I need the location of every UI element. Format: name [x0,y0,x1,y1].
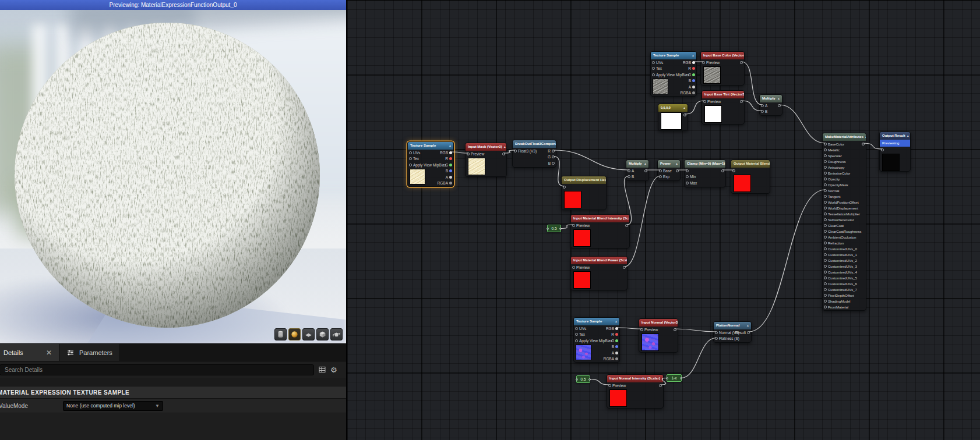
input-pin-ambientocclusion[interactable] [824,236,827,239]
input-pin-a[interactable] [628,169,630,172]
graph-node-flatten[interactable]: FlattenNormal▲Normal (V3)Flatness (S)Res… [713,321,752,343]
output-pin[interactable] [676,169,679,172]
settings-gear-icon[interactable]: ⚙ [330,366,337,374]
collapse-icon[interactable]: ▲ [683,104,686,112]
tab-parameters[interactable]: Parameters [59,344,120,361]
graph-node-clamp[interactable]: Clamp (Min=0) (Max=1)▲MinMax [684,159,726,187]
output-pin-result[interactable] [747,331,750,334]
graph-node-ts_bottom[interactable]: Texture Sample▲UVsTexApply View MipBiasR… [573,317,620,363]
node-title-bar[interactable]: Multiply▲ [760,95,782,102]
output-pin-r[interactable] [615,333,618,336]
output-pin-rgb[interactable] [449,151,452,154]
node-title-bar[interactable]: Output Material Blend▲ [731,160,770,168]
collapse-icon[interactable]: ▲ [746,322,749,329]
output-pin-b[interactable] [615,345,618,348]
node-title-bar[interactable]: Input Base Color (Vector3)▲ [701,52,744,59]
collapse-icon[interactable]: ▲ [907,132,910,140]
input-pin-preview[interactable] [703,100,706,103]
preview-3d-viewport[interactable] [0,10,346,343]
input-pin-normal[interactable] [824,189,827,192]
node-title-bar[interactable]: Texture Sample▲ [408,142,453,150]
graph-node-breakout[interactable]: BreakOutFloat3Components▲Float3 (V3)RGB [512,140,556,168]
input-pin-roughness[interactable] [824,160,827,163]
output-pin-r[interactable] [692,67,695,70]
node-title-bar[interactable]: Input Material Blend Intensity (Scalar)▲ [571,215,629,222]
output-pin-r[interactable] [552,150,555,152]
output-pin-a[interactable] [615,352,618,354]
input-pin-clearcoatroughness[interactable] [824,230,827,233]
input-pin-tangent[interactable] [824,195,827,198]
input-pin-preview[interactable] [608,384,611,387]
output-pin[interactable] [559,228,562,230]
collapse-icon[interactable]: ▲ [692,52,695,59]
input-pin-worldpositionoffset[interactable] [824,201,827,204]
graph-node-in_base_tint[interactable]: Input Base Tint (Vector3)▲Preview [701,90,745,125]
collapse-icon[interactable]: ▲ [675,160,678,168]
input-pin-specular[interactable] [824,154,827,157]
input-pin-tessellationmultiplier[interactable] [824,212,827,215]
output-pin-g[interactable] [692,73,695,76]
output-pin[interactable] [625,224,628,227]
tab-close-icon[interactable]: ✕ [46,349,52,357]
input-pin-preview[interactable] [702,61,705,64]
tab-details[interactable]: Details ✕ [0,344,59,361]
output-pin[interactable] [862,143,865,146]
output-pin[interactable] [721,169,724,172]
graph-node-in_norm_int[interactable]: Input Normal Intensity (Scalar)▲Preview [607,374,664,409]
output-pin[interactable] [588,378,591,381]
input-pin-customizeduvs-2[interactable] [824,259,827,262]
graph-node-out_disp[interactable]: Output Displacement Height▲ [561,176,607,210]
input-pin[interactable] [881,148,884,151]
shape-button-cube[interactable] [316,328,329,340]
input-pin-a[interactable] [761,104,764,107]
collapse-icon[interactable]: ▲ [661,375,663,382]
input-pin-normal-v3-[interactable] [715,331,718,334]
output-pin[interactable] [674,328,676,331]
node-title-bar[interactable]: Multiply▲ [626,160,648,168]
node-title-bar[interactable]: BreakOutFloat3Components▲ [513,140,556,148]
node-title-bar[interactable]: Texture Sample▲ [574,318,619,325]
material-graph-canvas[interactable]: Texture Sample▲UVsTexApply View MipBiasR… [346,0,980,440]
input-pin-frontmaterial[interactable] [824,306,827,308]
input-pin-b[interactable] [761,110,764,113]
graph-node-out_blend[interactable]: Output Material Blend▲ [731,159,770,194]
node-title-bar[interactable]: Input Mask (Vector3)▲ [466,143,506,151]
input-pin-preview[interactable] [640,328,643,331]
output-pin-rgba[interactable] [692,91,695,94]
output-pin-rgb[interactable] [692,61,695,64]
constant-node-s05b[interactable]: 0.5 [576,375,590,383]
input-pin-customizeduvs-1[interactable] [824,253,827,256]
input-pin-max[interactable] [686,182,689,184]
node-title-bar[interactable]: Input Material Blend Power (Scalar)▲ [571,257,627,264]
input-pin-worlddisplacement[interactable] [824,207,827,210]
input-pin-flatness-s-[interactable] [715,337,718,340]
input-pin-subsurfacecolor[interactable] [824,218,827,221]
collapse-icon[interactable]: ▲ [777,95,780,102]
graph-node-mult_top[interactable]: Multiply▲AB [759,94,782,116]
input-pin-preview[interactable] [572,266,575,269]
collapse-icon[interactable]: ▲ [644,160,647,168]
graph-node-in_blend_pow[interactable]: Input Material Blend Power (Scalar)▲Prev… [570,256,628,290]
collapse-icon[interactable]: ▲ [503,143,506,151]
output-pin[interactable] [740,61,743,64]
output-pin-rgba[interactable] [449,182,452,184]
output-pin-a[interactable] [692,86,695,88]
input-pin-opacity[interactable] [824,178,827,180]
graph-node-out_result[interactable]: Output Result▲Previewing [879,132,911,172]
input-pin-customizeduvs-3[interactable] [824,265,827,268]
node-title-bar[interactable]: FlattenNormal▲ [714,322,751,329]
input-pin-apply-view-mipbias[interactable] [575,339,578,342]
table-view-icon[interactable] [318,365,327,374]
output-pin[interactable] [680,377,682,379]
output-pin-g[interactable] [552,155,555,158]
output-pin[interactable] [623,266,626,269]
input-pin-customizeduvs-7[interactable] [824,288,827,291]
input-pin-basecolor[interactable] [824,143,827,146]
node-title-bar[interactable]: Output Displacement Height▲ [562,176,606,184]
input-pin-metallic[interactable] [824,148,827,151]
input-pin-uvs[interactable] [409,151,412,154]
input-pin-opacitymask[interactable] [824,183,827,186]
shape-button-cylinder[interactable] [274,328,287,340]
input-pin-float3-v3-[interactable] [514,150,517,152]
input-pin-apply-view-mipbias[interactable] [409,164,412,166]
